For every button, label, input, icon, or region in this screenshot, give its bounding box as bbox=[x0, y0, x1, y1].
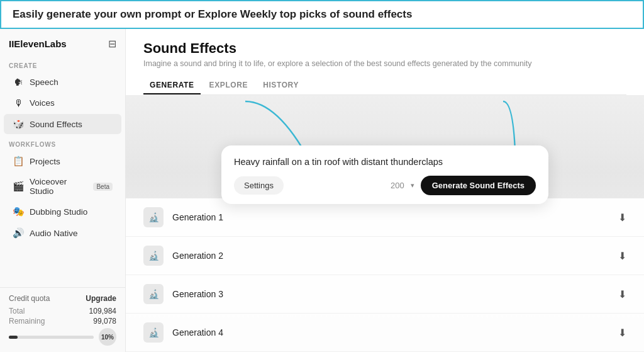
generation-item-4[interactable]: 🔬 Generation 4 ⬇ bbox=[126, 314, 644, 352]
speech-icon: 🗣 bbox=[13, 77, 24, 88]
download-button-3[interactable]: ⬇ bbox=[618, 288, 626, 300]
sidebar-item-sound-effects-label: Sound Effects bbox=[30, 120, 113, 129]
sidebar-item-projects-label: Projects bbox=[30, 157, 113, 166]
top-banner: Easily generate your own prompt or Explo… bbox=[0, 0, 644, 29]
remaining-value: 99,078 bbox=[93, 317, 116, 326]
sidebar-item-dubbing-label: Dubbing Studio bbox=[30, 207, 113, 217]
sound-effects-icon: 🎲 bbox=[13, 118, 24, 130]
projects-icon: 📋 bbox=[13, 156, 24, 167]
main-header: Sound Effects Imagine a sound and bring … bbox=[126, 29, 644, 95]
generation-item-3[interactable]: 🔬 Generation 3 ⬇ bbox=[126, 275, 644, 314]
page-title: Sound Effects bbox=[143, 40, 626, 57]
tab-generate[interactable]: GENERATE bbox=[143, 77, 201, 94]
generations-list: 🔬 Generation 1 ⬇ 🔬 Generation 2 ⬇ 🔬 Gene… bbox=[126, 198, 644, 352]
voices-icon: 🎙 bbox=[13, 98, 24, 108]
sidebar-item-speech[interactable]: 🗣 Speech bbox=[4, 72, 121, 92]
beta-badge: Beta bbox=[93, 183, 113, 191]
gen-label-2: Generation 2 bbox=[172, 251, 618, 261]
settings-button[interactable]: Settings bbox=[234, 176, 284, 195]
sidebar-footer: Credit quota Upgrade Total 109,984 Remai… bbox=[0, 287, 125, 352]
generation-item-1[interactable]: 🔬 Generation 1 ⬇ bbox=[126, 198, 644, 237]
sidebar-item-speech-label: Speech bbox=[30, 77, 113, 87]
main-content: Sound Effects Imagine a sound and bring … bbox=[126, 29, 644, 352]
gen-label-3: Generation 3 bbox=[172, 289, 618, 299]
sidebar-item-dubbing-studio[interactable]: 🎭 Dubbing Studio bbox=[4, 202, 121, 222]
upgrade-link[interactable]: Upgrade bbox=[86, 294, 116, 303]
sidebar-item-sound-effects[interactable]: 🎲 Sound Effects bbox=[4, 114, 121, 134]
dubbing-icon: 🎭 bbox=[13, 206, 24, 217]
download-button-1[interactable]: ⬇ bbox=[618, 212, 626, 224]
gen-label-4: Generation 4 bbox=[172, 327, 618, 338]
gen-icon-1: 🔬 bbox=[143, 207, 164, 227]
banner-text: Easily generate your own prompt or Explo… bbox=[13, 8, 412, 20]
tabs-bar: GENERATE EXPLORE HISTORY bbox=[143, 77, 626, 95]
progress-fill bbox=[9, 336, 18, 339]
sidebar-item-voiceover-studio[interactable]: 🎬 Voiceover Studio Beta bbox=[4, 173, 121, 200]
tab-explore[interactable]: EXPLORE bbox=[203, 77, 255, 94]
sidebar-section-workflows: WORKFLOWS bbox=[0, 135, 125, 150]
sidebar-logo: IIElevenLabs ⊟ bbox=[0, 29, 125, 56]
total-label: Total bbox=[9, 307, 25, 315]
logo-text: IIElevenLabs bbox=[9, 38, 67, 49]
generate-sound-effects-button[interactable]: Generate Sound Effects bbox=[421, 176, 536, 195]
sidebar-section-create: CREATE bbox=[0, 56, 125, 72]
prompt-text: Heavy rainfall on a tin roof with distan… bbox=[234, 157, 536, 167]
sidebar-item-audio-native[interactable]: 🔊 Audio Native bbox=[4, 223, 121, 243]
sidebar-item-voices-label: Voices bbox=[30, 98, 113, 108]
prompt-card: Heavy rainfall on a tin roof with distan… bbox=[221, 145, 548, 204]
gen-icon-3: 🔬 bbox=[143, 284, 164, 304]
page-subtitle: Imagine a sound and bring it to life, or… bbox=[143, 59, 626, 68]
gen-icon-2: 🔬 bbox=[143, 246, 164, 266]
prompt-actions: Settings 200 ▾ Generate Sound Effects bbox=[234, 176, 536, 195]
download-button-2[interactable]: ⬇ bbox=[618, 250, 626, 262]
generation-item-2[interactable]: 🔬 Generation 2 ⬇ bbox=[126, 237, 644, 275]
sidebar-item-voices[interactable]: 🎙 Voices bbox=[4, 93, 121, 113]
sidebar-item-projects[interactable]: 📋 Projects bbox=[4, 151, 121, 171]
char-count: 200 bbox=[391, 181, 404, 190]
credit-label: Credit quota bbox=[9, 294, 50, 303]
content-area: Heavy rainfall on a tin roof with distan… bbox=[126, 95, 644, 352]
progress-percent: 10% bbox=[99, 328, 116, 346]
sidebar-toggle-button[interactable]: ⊟ bbox=[108, 38, 116, 50]
sidebar-item-voiceover-label: Voiceover Studio bbox=[30, 177, 87, 196]
gen-label-1: Generation 1 bbox=[172, 212, 618, 222]
audio-native-icon: 🔊 bbox=[13, 227, 24, 239]
tab-history[interactable]: HISTORY bbox=[257, 77, 305, 94]
sidebar: IIElevenLabs ⊟ CREATE 🗣 Speech 🎙 Voices … bbox=[0, 29, 126, 352]
remaining-label: Remaining bbox=[9, 317, 45, 326]
sidebar-item-audio-native-label: Audio Native bbox=[30, 229, 113, 238]
gen-icon-4: 🔬 bbox=[143, 322, 164, 343]
download-button-4[interactable]: ⬇ bbox=[618, 327, 626, 339]
total-value: 109,984 bbox=[89, 307, 116, 315]
progress-bar bbox=[9, 336, 94, 339]
voiceover-icon: 🎬 bbox=[13, 181, 24, 192]
chevron-down-icon: ▾ bbox=[411, 181, 414, 190]
